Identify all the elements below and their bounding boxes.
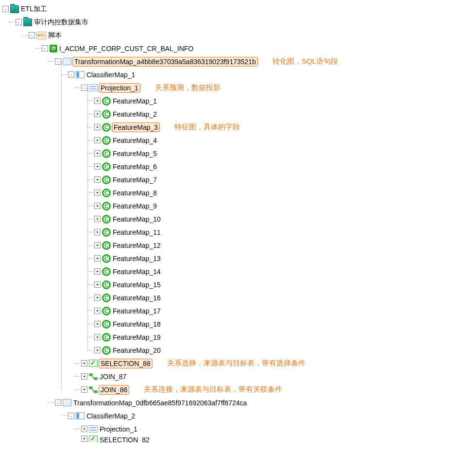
node-projection-2[interactable]: + Projection_1	[81, 422, 476, 435]
expand-icon[interactable]: +	[81, 373, 87, 380]
projection-icon	[89, 425, 98, 433]
expand-icon[interactable]: +	[81, 360, 87, 366]
etl-icon: ETL	[36, 32, 46, 39]
expand-icon[interactable]: +	[94, 190, 101, 196]
node-etl-root[interactable]: - ETL加工	[2, 2, 476, 16]
expand-icon[interactable]: +	[94, 295, 101, 301]
feature-map-icon: C	[102, 333, 111, 342]
annotation: 转化图，SQL语句段	[272, 57, 338, 66]
node-feature-map[interactable]: +CFeatureMap_7	[94, 173, 476, 186]
node-feature-map[interactable]: +CFeatureMap_6	[94, 160, 476, 173]
transformation-map-icon	[63, 58, 71, 65]
annotation: 特征图，具体的字段	[174, 122, 240, 132]
expand-icon[interactable]: +	[81, 386, 87, 393]
node-feature-map[interactable]: +CFeatureMap_14	[94, 265, 476, 278]
node-feature-map[interactable]: +CFeatureMap_17	[94, 304, 476, 317]
expand-icon[interactable]: +	[94, 111, 101, 117]
collapse-icon[interactable]: -	[81, 85, 87, 91]
node-label: FeatureMap_15	[112, 280, 162, 289]
collapse-icon[interactable]: -	[68, 413, 74, 419]
annotation: 关系预测，数据投影	[155, 83, 221, 92]
node-join-87[interactable]: + ↘ JOIN_87	[81, 370, 476, 383]
expand-icon[interactable]: +	[94, 321, 101, 327]
expand-icon[interactable]: +	[94, 163, 101, 170]
expand-icon[interactable]: +	[94, 137, 101, 143]
folder-icon	[23, 18, 32, 27]
expand-icon[interactable]: +	[81, 435, 87, 442]
node-label: ClassifierMap_1	[85, 70, 136, 79]
collapse-icon[interactable]: -	[16, 19, 22, 25]
node-label: FeatureMap_8	[112, 189, 158, 197]
node-label: Projection_1	[99, 83, 140, 93]
node-label: 审计内控数据集市	[33, 17, 89, 27]
selection-icon	[89, 435, 98, 442]
node-join-86[interactable]: + ↘ JOIN_86 关系连接，来源表与目标表，带有关联条件	[81, 383, 476, 396]
node-label: FeatureMap_11	[112, 228, 162, 237]
annotation: 关系连接，来源表与目标表，带有关联条件	[144, 385, 282, 394]
node-selection-88[interactable]: + SELECTION_88 关系选择，来源表与目标表，带有选择条件	[81, 357, 476, 370]
node-feature-map[interactable]: +CFeatureMap_13	[94, 252, 476, 265]
expand-icon[interactable]: +	[94, 98, 101, 104]
expand-icon[interactable]: +	[94, 334, 101, 340]
expand-icon[interactable]: +	[94, 176, 101, 183]
node-feature-map[interactable]: +CFeatureMap_15	[94, 278, 476, 291]
expand-icon[interactable]: +	[94, 242, 101, 248]
feature-map-icon: C	[102, 346, 111, 355]
expand-icon[interactable]: +	[94, 255, 101, 261]
node-feature-map[interactable]: +CFeatureMap_4	[94, 134, 476, 147]
expand-icon[interactable]: +	[94, 308, 101, 314]
expand-icon[interactable]: +	[94, 281, 101, 288]
node-feature-map[interactable]: +CFeatureMap_18	[94, 317, 476, 330]
feature-map-icon: C	[102, 280, 111, 289]
expand-icon[interactable]: +	[94, 347, 101, 353]
node-projection-1[interactable]: - Projection_1 关系预测，数据投影	[81, 81, 476, 94]
node-label: FeatureMap_12	[112, 241, 162, 250]
node-label: FeatureMap_18	[112, 320, 162, 329]
node-feature-map[interactable]: +CFeatureMap_1	[94, 94, 476, 107]
classifier-map-icon	[76, 412, 85, 419]
node-feature-map[interactable]: +CFeatureMap_5	[94, 147, 476, 160]
expand-icon[interactable]: +	[94, 124, 101, 130]
feature-map-icon: C	[102, 123, 111, 132]
collapse-icon[interactable]: -	[2, 6, 9, 12]
node-transformation-map-2[interactable]: - TransformationMap_0dfb665ae85f97169206…	[55, 396, 476, 409]
node-label: FeatureMap_1	[112, 97, 158, 105]
collapse-icon[interactable]: -	[29, 32, 35, 38]
collapse-icon[interactable]: -	[68, 71, 74, 78]
node-script[interactable]: - ETL 脚本	[29, 29, 476, 42]
node-feature-map[interactable]: +CFeatureMap_11	[94, 226, 476, 239]
feature-map-icon: C	[102, 241, 111, 250]
collapse-icon[interactable]: -	[55, 400, 61, 406]
node-classifier-map-1[interactable]: - ClassifierMap_1	[68, 68, 476, 81]
node-feature-map[interactable]: +CFeatureMap_19	[94, 330, 476, 344]
node-label: Projection_1	[99, 425, 138, 434]
node-feature-map[interactable]: +CFeatureMap_16	[94, 291, 476, 304]
expand-icon[interactable]: +	[94, 150, 101, 156]
join-icon: ↘	[89, 386, 98, 393]
node-feature-map[interactable]: +CFeatureMap_2	[94, 107, 476, 121]
node-acdm[interactable]: - ⟳ I_ACDM_PF_CORP_CUST_CR_BAL_INFO	[42, 42, 476, 55]
node-transformation-map-1[interactable]: - TransformationMap_a4bb8e37039a5a836319…	[55, 55, 476, 68]
node-label: 脚本	[47, 31, 63, 40]
node-feature-map[interactable]: +CFeatureMap_9	[94, 199, 476, 212]
node-feature-map[interactable]: +CFeatureMap_20	[94, 344, 476, 357]
node-label: FeatureMap_16	[112, 294, 162, 302]
node-audit-datamart[interactable]: - 审计内控数据集市	[16, 16, 476, 29]
node-feature-map[interactable]: +CFeatureMap_12	[94, 239, 476, 252]
node-label: FeatureMap_3	[112, 122, 160, 132]
expand-icon[interactable]: +	[94, 268, 101, 275]
collapse-icon[interactable]: -	[55, 58, 61, 65]
node-feature-map[interactable]: +CFeatureMap_10	[94, 212, 476, 226]
node-classifier-map-2[interactable]: - ClassifierMap_2	[68, 409, 476, 422]
expand-icon[interactable]: +	[94, 229, 101, 235]
node-selection-82[interactable]: + SELECTION_82	[81, 435, 476, 442]
collapse-icon[interactable]: -	[42, 45, 48, 52]
node-feature-map[interactable]: +CFeatureMap_3特征图，具体的字段	[94, 121, 476, 134]
expand-icon[interactable]: +	[94, 216, 101, 222]
expand-icon[interactable]: +	[81, 426, 87, 432]
transformation-map-icon	[63, 399, 71, 406]
node-label: TransformationMap_0dfb665ae85f971692063a…	[72, 399, 248, 407]
expand-icon[interactable]: +	[94, 203, 101, 209]
node-feature-map[interactable]: +CFeatureMap_8	[94, 186, 476, 199]
feature-map-icon: C	[102, 149, 111, 158]
